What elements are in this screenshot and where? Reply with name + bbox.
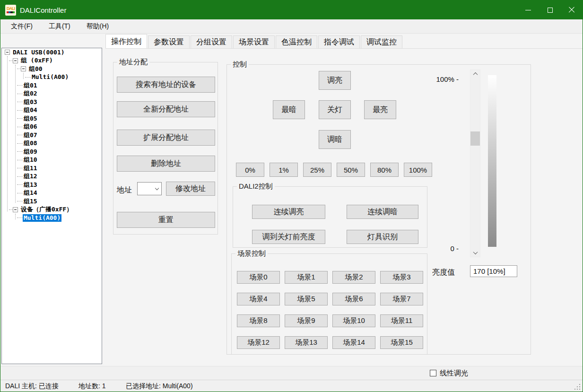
tree-item-10[interactable]: 组07 <box>2 131 102 139</box>
tree-connector <box>17 176 23 177</box>
tree-item-3[interactable]: Multi(A00) <box>2 73 102 82</box>
tree-connector <box>17 201 23 201</box>
maximize-icon <box>548 8 553 13</box>
tree-expander-collapse-icon[interactable] <box>5 50 10 55</box>
scrollbar-up-arrow[interactable] <box>470 70 480 78</box>
scene-button-13[interactable]: 场景13 <box>285 336 328 349</box>
tree-item-label: 组11 <box>23 165 38 172</box>
light-off-button[interactable]: 关灯 <box>319 100 351 119</box>
linear-dimming-checkbox[interactable] <box>430 370 436 376</box>
tree-item-5[interactable]: 组02 <box>2 90 102 98</box>
tree-connector-line <box>15 65 16 203</box>
tree-item-2[interactable]: 组00 <box>2 65 102 73</box>
device-tree[interactable]: DALI USB(0001)组 (0xFF)组00Multi(A00)组01组0… <box>1 48 102 364</box>
percent-button-100pct[interactable]: 100% <box>404 163 432 177</box>
maximize-button[interactable] <box>539 0 561 19</box>
scene-button-1[interactable]: 场景1 <box>285 271 328 284</box>
tab-1[interactable]: 参数设置 <box>148 35 190 48</box>
tree-item-17[interactable]: 组14 <box>2 189 102 198</box>
tree-item-label: 组15 <box>23 198 38 205</box>
tab-2[interactable]: 分组设置 <box>191 35 232 48</box>
modify-address-button[interactable]: 修改地址 <box>166 182 215 196</box>
continuous-dim-up-button[interactable]: 连续调亮 <box>252 205 325 219</box>
scene-button-15[interactable]: 场景15 <box>380 336 423 349</box>
menu-item-2[interactable]: 帮助(H) <box>85 21 111 32</box>
continuous-dim-down-button[interactable]: 连续调暗 <box>347 205 418 219</box>
scene-button-8[interactable]: 场景8 <box>237 314 280 327</box>
scene-button-12[interactable]: 场景12 <box>237 336 280 349</box>
tree-connector <box>17 151 23 152</box>
address-combobox[interactable] <box>137 182 162 195</box>
caption-buttons <box>517 0 583 19</box>
tab-3[interactable]: 场景设置 <box>233 35 275 48</box>
scene-button-3[interactable]: 场景3 <box>380 271 423 284</box>
brightness-scrollbar[interactable] <box>470 70 480 257</box>
scene-button-4[interactable]: 场景4 <box>237 293 280 305</box>
scene-button-6[interactable]: 场景6 <box>332 293 375 305</box>
close-button[interactable] <box>561 0 583 19</box>
tree-item-15[interactable]: 组12 <box>2 173 102 181</box>
tree-item-8[interactable]: 组05 <box>2 114 102 123</box>
scene-button-10[interactable]: 场景10 <box>332 314 375 327</box>
scene-button-7[interactable]: 场景7 <box>380 293 423 305</box>
tree-item-11[interactable]: 组08 <box>2 139 102 148</box>
tree-expander-collapse-icon[interactable] <box>21 66 26 71</box>
tree-expander-collapse-icon[interactable] <box>13 207 18 212</box>
scene-button-9[interactable]: 场景9 <box>285 314 328 327</box>
percent-button-1pct[interactable]: 1% <box>270 163 298 177</box>
menu-item-0[interactable]: 文件(F) <box>9 21 35 32</box>
tree-item-12[interactable]: 组09 <box>2 148 102 156</box>
tree-item-label: 组04 <box>23 106 38 114</box>
scene-button-14[interactable]: 场景14 <box>332 336 375 349</box>
lamp-identify-button[interactable]: 灯具识别 <box>347 230 418 244</box>
tree-connector <box>17 143 23 144</box>
tree-item-13[interactable]: 组10 <box>2 156 102 165</box>
extend-assign-address-button[interactable]: 扩展分配地址 <box>117 130 215 146</box>
assign-new-address-button[interactable]: 全新分配地址 <box>117 101 215 117</box>
tab-5[interactable]: 指令调试 <box>318 35 360 48</box>
scene-button-grid: 场景0场景1场景2场景3场景4场景5场景6场景7场景8场景9场景10场景11场景… <box>237 271 423 349</box>
scrollbar-thumb[interactable] <box>470 131 480 146</box>
tab-4[interactable]: 色温控制 <box>276 35 317 48</box>
tree-item-label: 组02 <box>23 90 38 97</box>
percent-button-50pct[interactable]: 50% <box>337 163 365 177</box>
tree-item-14[interactable]: 组11 <box>2 164 102 173</box>
scene-button-5[interactable]: 场景5 <box>285 293 328 305</box>
tree-item-6[interactable]: 组03 <box>2 98 102 106</box>
max-brightness-button[interactable]: 最亮 <box>364 100 396 119</box>
percent-button-0pct[interactable]: 0% <box>236 163 264 177</box>
tree-item-9[interactable]: 组06 <box>2 123 102 131</box>
scrollbar-down-arrow[interactable] <box>470 249 480 257</box>
tree-connector <box>17 118 23 119</box>
tree-item-1[interactable]: 组 (0xFF) <box>2 57 102 65</box>
tree-item-4[interactable]: 组01 <box>2 81 102 90</box>
scene-button-0[interactable]: 场景0 <box>237 271 280 284</box>
scene-button-11[interactable]: 场景11 <box>380 314 423 327</box>
min-brightness-button[interactable]: 最暗 <box>273 100 305 119</box>
tree-item-18[interactable]: 组15 <box>2 197 102 206</box>
menu-item-1[interactable]: 工具(T) <box>47 21 72 32</box>
tree-item-7[interactable]: 组04 <box>2 106 102 115</box>
tab-6[interactable]: 调试监控 <box>361 35 402 48</box>
reset-button[interactable]: 重置 <box>117 212 215 228</box>
tree-item-16[interactable]: 组13 <box>2 181 102 189</box>
tree-item-20[interactable]: Multi(A00) <box>2 214 102 222</box>
minimize-button[interactable] <box>517 0 539 19</box>
resize-grip[interactable] <box>574 384 580 390</box>
brightness-value-field[interactable]: 170 [10%] <box>470 265 517 277</box>
tree-item-19[interactable]: 设备（广播0xFF） <box>2 206 102 214</box>
close-icon <box>568 7 575 13</box>
percent-button-80pct[interactable]: 80% <box>370 163 399 177</box>
status-bar: DALI 主机: 已连接 地址数: 1 已选择地址: Multi(A00) <box>0 380 583 392</box>
search-addressed-devices-button[interactable]: 搜索有地址的设备 <box>117 77 215 93</box>
recall-last-level-button[interactable]: 调到关灯前亮度 <box>252 230 325 244</box>
tree-item-0[interactable]: DALI USB(0001) <box>2 48 102 57</box>
tree-connector <box>17 160 23 160</box>
delete-address-button[interactable]: 删除地址 <box>117 156 215 172</box>
percent-button-25pct[interactable]: 25% <box>303 163 331 177</box>
dim-up-button[interactable]: 调亮 <box>319 71 351 90</box>
dim-down-button[interactable]: 调暗 <box>319 130 351 149</box>
scene-button-2[interactable]: 场景2 <box>332 271 375 284</box>
tab-0[interactable]: 操作控制 <box>105 34 147 48</box>
tree-expander-collapse-icon[interactable] <box>13 58 18 63</box>
